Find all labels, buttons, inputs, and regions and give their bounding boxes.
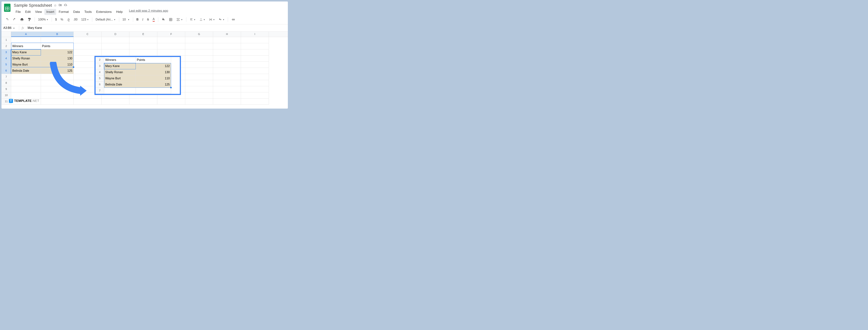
cell-g10[interactable] bbox=[185, 92, 213, 99]
increase-decimal-button[interactable]: .00 bbox=[72, 17, 79, 22]
move-folder-icon[interactable] bbox=[59, 3, 62, 8]
more-formats-button[interactable]: 123▼ bbox=[80, 17, 90, 22]
cell-d3[interactable] bbox=[101, 49, 129, 55]
menu-tools[interactable]: Tools bbox=[83, 9, 94, 15]
cell-i1[interactable] bbox=[241, 37, 269, 43]
cell-a6[interactable]: Belinda Dale bbox=[11, 68, 41, 74]
menu-format[interactable]: Format bbox=[57, 9, 71, 15]
col-header-i[interactable]: I bbox=[241, 32, 269, 37]
cell-g8[interactable] bbox=[185, 80, 213, 86]
percent-button[interactable]: % bbox=[60, 17, 64, 22]
last-edit-link[interactable]: Last edit was 2 minutes ago bbox=[129, 9, 168, 15]
cell-h3[interactable] bbox=[213, 49, 241, 55]
cell-i11[interactable] bbox=[241, 99, 269, 105]
cell-i4[interactable] bbox=[241, 55, 269, 62]
cell-g11[interactable] bbox=[185, 99, 213, 105]
cell-h4[interactable] bbox=[213, 55, 241, 62]
cell-i10[interactable] bbox=[241, 92, 269, 99]
cell-h5[interactable] bbox=[213, 62, 241, 68]
cell-c11[interactable] bbox=[74, 99, 101, 105]
fill-color-button[interactable] bbox=[160, 17, 166, 22]
cell-h10[interactable] bbox=[213, 92, 241, 99]
cell-b2[interactable]: Points bbox=[41, 43, 74, 49]
cell-c3[interactable] bbox=[74, 49, 101, 55]
cell-f2[interactable] bbox=[157, 43, 185, 49]
col-header-d[interactable]: D bbox=[101, 32, 129, 37]
font-size-dropdown[interactable]: 10▼ bbox=[121, 17, 131, 22]
cell-a10[interactable] bbox=[11, 92, 41, 99]
row-header-9[interactable]: 9 bbox=[1, 86, 11, 92]
cell-g5[interactable] bbox=[185, 62, 213, 68]
bold-button[interactable]: B bbox=[135, 17, 140, 22]
cell-a8[interactable] bbox=[11, 80, 41, 86]
cell-a9[interactable] bbox=[11, 86, 41, 92]
menu-insert[interactable]: Insert bbox=[44, 9, 56, 15]
cell-a2[interactable]: Winners bbox=[11, 43, 41, 49]
cell-h2[interactable] bbox=[213, 43, 241, 49]
row-header-6[interactable]: 6 bbox=[1, 68, 11, 74]
cell-h1[interactable] bbox=[213, 37, 241, 43]
menu-file[interactable]: File bbox=[14, 9, 23, 15]
cell-h7[interactable] bbox=[213, 74, 241, 80]
col-header-a[interactable]: A bbox=[11, 32, 41, 37]
cell-i9[interactable] bbox=[241, 86, 269, 92]
h-align-button[interactable]: ▼ bbox=[189, 17, 197, 22]
cell-c1[interactable] bbox=[74, 37, 101, 43]
zoom-dropdown[interactable]: 100%▼ bbox=[37, 17, 50, 22]
row-header-1[interactable]: 1 bbox=[1, 37, 11, 43]
print-button[interactable] bbox=[19, 17, 25, 22]
cell-i7[interactable] bbox=[241, 74, 269, 80]
sheets-logo-icon[interactable] bbox=[4, 3, 11, 12]
v-align-button[interactable]: ▼ bbox=[198, 17, 207, 22]
col-header-e[interactable]: E bbox=[129, 32, 157, 37]
cell-e11[interactable] bbox=[129, 99, 157, 105]
select-all-corner[interactable] bbox=[1, 32, 11, 36]
paint-format-button[interactable] bbox=[26, 17, 32, 22]
star-icon[interactable]: ☆ bbox=[54, 3, 57, 7]
row-header-7[interactable]: 7 bbox=[1, 74, 11, 80]
cell-g1[interactable] bbox=[185, 37, 213, 43]
cell-g3[interactable] bbox=[185, 49, 213, 55]
insert-link-button[interactable] bbox=[230, 17, 237, 22]
cell-a3[interactable]: Mary Kane bbox=[11, 49, 41, 55]
borders-button[interactable] bbox=[168, 17, 174, 22]
col-header-f[interactable]: F bbox=[157, 32, 185, 37]
cell-g7[interactable] bbox=[185, 74, 213, 80]
menu-data[interactable]: Data bbox=[71, 9, 82, 15]
currency-button[interactable]: $ bbox=[54, 17, 58, 22]
cell-g2[interactable] bbox=[185, 43, 213, 49]
cell-a5[interactable]: Wayne Burt bbox=[11, 62, 41, 68]
cell-c2[interactable] bbox=[74, 43, 101, 49]
cell-g9[interactable] bbox=[185, 86, 213, 92]
row-header-2[interactable]: 2 bbox=[1, 43, 11, 49]
cell-i5[interactable] bbox=[241, 62, 269, 68]
row-header-10[interactable]: 10 bbox=[1, 92, 11, 99]
merge-button[interactable]: ▼ bbox=[175, 17, 184, 22]
col-header-b[interactable]: B bbox=[41, 32, 74, 37]
menu-extensions[interactable]: Extensions bbox=[94, 9, 114, 15]
cell-d11[interactable] bbox=[101, 99, 129, 105]
cell-h11[interactable] bbox=[213, 99, 241, 105]
italic-button[interactable]: I bbox=[141, 17, 144, 22]
row-header-4[interactable]: 4 bbox=[1, 55, 11, 62]
menu-view[interactable]: View bbox=[33, 9, 44, 15]
cell-h9[interactable] bbox=[213, 86, 241, 92]
cell-a1[interactable] bbox=[11, 37, 41, 43]
cell-b1[interactable] bbox=[41, 37, 74, 43]
cell-b11[interactable] bbox=[41, 99, 74, 105]
menu-edit[interactable]: Edit bbox=[23, 9, 32, 15]
cell-b3[interactable]: 122 bbox=[41, 49, 74, 55]
row-header-5[interactable]: 5 bbox=[1, 62, 11, 68]
menu-help[interactable]: Help bbox=[114, 9, 124, 15]
doc-title[interactable]: Sample Spreadsheet bbox=[14, 3, 52, 8]
cloud-status-icon[interactable] bbox=[64, 3, 67, 8]
row-header-8[interactable]: 8 bbox=[1, 80, 11, 86]
text-color-button[interactable]: A bbox=[152, 17, 156, 22]
cell-h8[interactable] bbox=[213, 80, 241, 86]
cell-i3[interactable] bbox=[241, 49, 269, 55]
cell-e3[interactable] bbox=[129, 49, 157, 55]
cell-g4[interactable] bbox=[185, 55, 213, 62]
col-header-h[interactable]: H bbox=[213, 32, 241, 37]
col-header-c[interactable]: C bbox=[74, 32, 101, 37]
cell-f11[interactable] bbox=[157, 99, 185, 105]
